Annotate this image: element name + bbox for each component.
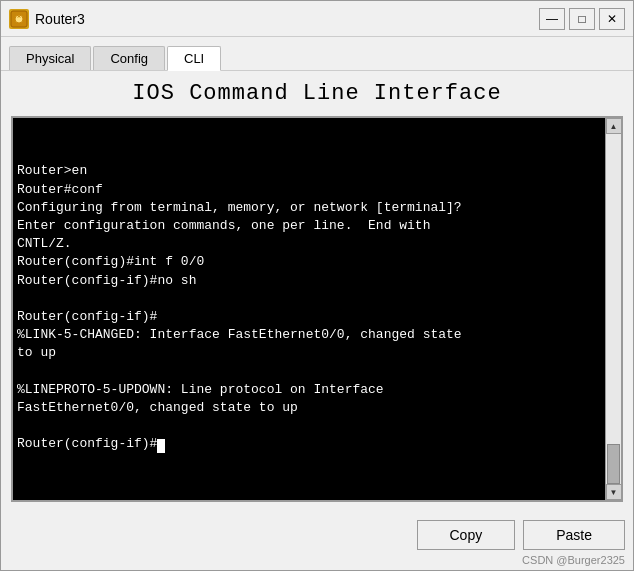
paste-button[interactable]: Paste xyxy=(523,520,625,550)
app-icon xyxy=(9,9,29,29)
terminal-wrapper: Router>en Router#conf Configuring from t… xyxy=(11,116,623,502)
minimize-button[interactable]: — xyxy=(539,8,565,30)
title-bar: Router3 — □ ✕ xyxy=(1,1,633,37)
bottom-buttons: Copy Paste xyxy=(417,520,626,550)
tab-cli[interactable]: CLI xyxy=(167,46,221,71)
page-title: IOS Command Line Interface xyxy=(11,81,623,106)
maximize-button[interactable]: □ xyxy=(569,8,595,30)
main-window: Router3 — □ ✕ Physical Config CLI IOS Co… xyxy=(0,0,634,571)
scroll-down-button[interactable]: ▼ xyxy=(606,484,622,500)
tab-config[interactable]: Config xyxy=(93,46,165,70)
watermark: CSDN @Burger2325 xyxy=(1,554,633,570)
window-controls: — □ ✕ xyxy=(539,8,625,30)
main-content: IOS Command Line Interface Router>en Rou… xyxy=(1,71,633,512)
window-title: Router3 xyxy=(35,11,539,27)
scroll-thumb[interactable] xyxy=(607,444,620,484)
close-button[interactable]: ✕ xyxy=(599,8,625,30)
terminal-content: Router>en Router#conf Configuring from t… xyxy=(17,163,462,451)
terminal-output[interactable]: Router>en Router#conf Configuring from t… xyxy=(13,118,605,500)
tab-bar: Physical Config CLI xyxy=(1,37,633,71)
scroll-up-button[interactable]: ▲ xyxy=(606,118,622,134)
copy-button[interactable]: Copy xyxy=(417,520,516,550)
bottom-bar: Copy Paste xyxy=(1,512,633,554)
scrollbar: ▲ ▼ xyxy=(605,118,621,500)
tab-physical[interactable]: Physical xyxy=(9,46,91,70)
scroll-track[interactable] xyxy=(606,134,621,484)
